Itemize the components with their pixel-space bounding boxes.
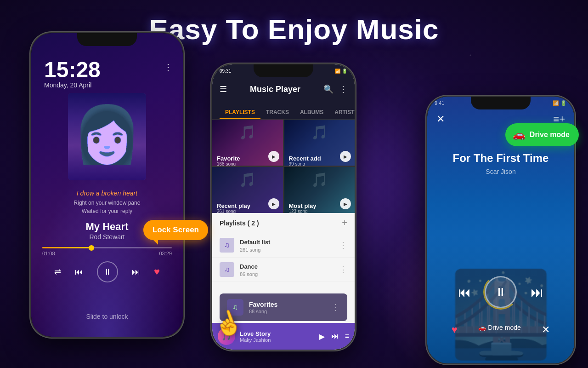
p1-progress-fill (42, 247, 91, 248)
lock-screen-badge: Lock Screen (143, 220, 208, 240)
p1-album-art (68, 93, 146, 180)
grid-label-favorite: Favorite (217, 155, 240, 162)
p1-lyrics-line2: Right on your window pane (31, 200, 183, 206)
phone1-screen: 15:28 Monday, 20 April ⋮ I drow a broken… (31, 33, 183, 337)
phone3-controls: ⏮ ⏸ ⏭ (427, 276, 574, 308)
p1-next-btn[interactable]: ⏭ (132, 267, 140, 277)
phone2-menu-icon[interactable]: ☰ (220, 84, 227, 94)
np-play-btn[interactable]: ▶ (319, 332, 325, 341)
phone3-status-icons: 📶 🔋 (553, 100, 567, 106)
phone3-heart-icon[interactable]: ♥ (452, 324, 458, 336)
np-playlist-btn[interactable]: ≡ (345, 332, 349, 341)
grid-item-most-play[interactable]: Most play 123 song ▶ (284, 167, 355, 213)
p1-album-art-bg (68, 93, 146, 180)
phone3-close-icon[interactable]: ✕ (436, 113, 445, 125)
now-playing-info: Love Story Maky Jashion (240, 330, 315, 343)
p1-progress-thumb (89, 245, 94, 251)
grid-item-recent-add[interactable]: Recent add 99 song ▶ (284, 120, 355, 166)
phone2-status-bar: 09:31 📶 🔋 (212, 64, 355, 77)
phone3-next-btn[interactable]: ⏭ (531, 285, 543, 300)
phone3-bottom-icons: ♥ 🚗 Drive mode ✕ (427, 324, 574, 336)
playlist-info-default: Default list 261 song (240, 238, 339, 253)
playlist-more-default[interactable]: ⋮ (339, 240, 347, 250)
p1-time-start: 01:08 (42, 251, 55, 256)
phone2-time: 09:31 (220, 69, 231, 74)
p1-more-icon[interactable]: ⋮ (164, 62, 174, 73)
context-more-icon[interactable]: ⋮ (332, 302, 340, 312)
phone3-time: 9:41 (435, 100, 444, 106)
tab-albums[interactable]: ALBUMS (294, 105, 329, 119)
tab-tracks[interactable]: TRACKS (260, 105, 294, 119)
phone3-drive-mode-icon[interactable]: 🚗 Drive mode (478, 324, 520, 336)
playlist-more-dance[interactable]: ⋮ (339, 264, 347, 275)
p1-date: Monday, 20 April (44, 81, 91, 89)
tab-artists[interactable]: ARTISTS (329, 105, 355, 119)
tab-playlists[interactable]: PLAYLISTS (220, 105, 260, 119)
grid-play-favorite[interactable]: ▶ (268, 151, 279, 162)
playlist-info-dance: Dance 86 song (240, 262, 339, 277)
phone2-playlists-section: Playlists ( 2 ) + ♫ Default list 261 son… (212, 213, 355, 282)
phone2-add-playlist-btn[interactable]: + (342, 218, 347, 228)
context-info: Favorites 88 song (249, 300, 332, 314)
phone3-status-bar: 9:41 📶 🔋 (427, 97, 574, 109)
phone3-pause-btn[interactable]: ⏸ (485, 276, 517, 308)
p1-progress-bar[interactable] (42, 247, 172, 248)
p1-slide-unlock[interactable]: Slide to unlock (31, 313, 183, 320)
p1-time-end: 03:29 (159, 251, 172, 256)
p1-lyrics-line3: Waited for your reply (31, 208, 183, 214)
phone2-playlists-header: Playlists ( 2 ) + (212, 213, 355, 233)
p1-clock: 15:28 (44, 57, 101, 82)
grid-sublabel-most-play: 123 song (289, 209, 308, 213)
phone3-player: 9:41 📶 🔋 ✕ ≡+ For The First Time Scar Ji… (427, 97, 574, 363)
playlist-name-default: Default list (240, 239, 270, 246)
context-playlist-count: 88 song (249, 309, 332, 314)
phone3-song-title: For The First Time (427, 152, 574, 165)
p1-lyrics-highlight: I drow a broken heart (31, 190, 183, 197)
grid-label-recent-add: Recent add (289, 155, 321, 162)
phone3-shuffle-icon[interactable]: ✕ (542, 324, 550, 336)
now-playing-artist: Maky Jashion (240, 337, 315, 343)
now-playing-controls: ▶ ⏭ ≡ (319, 332, 349, 341)
context-playlist-name: Favorites (249, 301, 277, 308)
playlist-item-dance[interactable]: ♫ Dance 86 song ⋮ (212, 258, 355, 282)
grid-sublabel-favorite: 168 song (217, 161, 236, 166)
playlist-name-dance: Dance (240, 263, 258, 270)
grid-sublabel-recent-play: 261 song (217, 209, 236, 213)
phone1-frame: 15:28 Monday, 20 April ⋮ I drow a broken… (31, 33, 183, 337)
playlist-count-default: 261 song (240, 247, 339, 253)
drive-mode-badge[interactable]: Drive mode (505, 123, 579, 146)
grid-item-recent-play[interactable]: Recent play 261 song ▶ (212, 167, 283, 213)
grid-item-favorite[interactable]: Favorite 168 song ▶ (212, 120, 283, 166)
now-playing-title: Love Story (240, 330, 315, 337)
np-next-btn[interactable]: ⏭ (331, 332, 339, 341)
phone3-prev-btn[interactable]: ⏮ (458, 285, 471, 300)
p1-prev-btn[interactable]: ⏮ (75, 267, 83, 277)
grid-play-recent-add[interactable]: ▶ (340, 151, 351, 162)
phone3-artist: Scar Jison (427, 168, 574, 175)
phone2-grid: Favorite 168 song ▶ Recent add 99 song ▶… (212, 120, 355, 213)
grid-sublabel-recent-add: 99 song (289, 161, 305, 166)
playlist-count-dance: 86 song (240, 271, 339, 277)
phone2-more-icon[interactable]: ⋮ (339, 84, 347, 94)
phone2-playlists-title: Playlists ( 2 ) (220, 219, 342, 227)
drive-mode-label: Drive mode (530, 131, 570, 139)
phone1-lockscreen: 15:28 Monday, 20 April ⋮ I drow a broken… (31, 33, 183, 337)
playlist-item-default[interactable]: ♫ Default list 261 song ⋮ (212, 233, 355, 258)
grid-label-recent-play: Recent play (217, 202, 250, 209)
phone2-search-icon[interactable]: 🔍 (323, 84, 334, 94)
phone2-tabs: PLAYLISTS TRACKS ALBUMS ARTISTS (212, 101, 355, 120)
phone2-title: Music Player (232, 85, 318, 94)
phone2-signal-icons: 📶 🔋 (335, 69, 347, 74)
p1-pause-btn[interactable]: ⏸ (97, 261, 118, 282)
p1-like-btn[interactable]: ♥ (154, 266, 160, 278)
p1-shuffle-btn[interactable]: ⇌ (54, 267, 61, 277)
playlist-icon-default: ♫ (220, 238, 234, 253)
grid-play-most-play[interactable]: ▶ (340, 198, 351, 209)
phone2-header: ☰ Music Player 🔍 ⋮ (212, 77, 355, 101)
playlist-icon-dance: ♫ (220, 262, 234, 277)
p1-controls: ⇌ ⏮ ⏸ ⏭ ♥ (31, 261, 183, 282)
grid-label-most-play: Most play (289, 202, 317, 209)
grid-play-recent-play[interactable]: ▶ (268, 198, 279, 209)
